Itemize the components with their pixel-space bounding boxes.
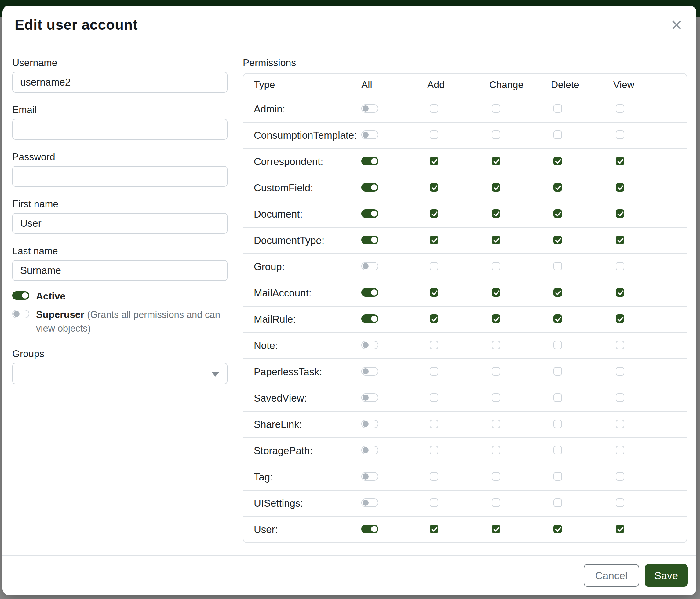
permission-add-checkbox[interactable]: [430, 130, 438, 139]
permission-view-checkbox[interactable]: [616, 104, 624, 113]
permission-all-toggle[interactable]: [361, 525, 378, 533]
permission-add-checkbox[interactable]: [430, 314, 438, 323]
permission-all-toggle[interactable]: [361, 314, 378, 323]
permission-add-checkbox[interactable]: [430, 288, 438, 297]
save-button[interactable]: Save: [645, 564, 688, 587]
username-input[interactable]: [12, 72, 227, 93]
column-header-view: View: [613, 79, 686, 91]
permission-all-toggle[interactable]: [361, 157, 378, 165]
permission-delete-checkbox[interactable]: [553, 130, 562, 139]
permission-change-checkbox[interactable]: [492, 157, 500, 165]
permission-delete-checkbox[interactable]: [553, 499, 562, 507]
permission-add-checkbox[interactable]: [430, 236, 438, 244]
password-field[interactable]: [12, 166, 227, 187]
permission-change-checkbox[interactable]: [492, 314, 500, 323]
permission-all-toggle[interactable]: [361, 499, 378, 507]
permission-all-toggle[interactable]: [361, 262, 378, 270]
permission-add-checkbox[interactable]: [430, 472, 438, 481]
permission-all-toggle[interactable]: [361, 341, 378, 349]
permission-view-checkbox[interactable]: [616, 525, 624, 533]
permission-add-checkbox[interactable]: [430, 341, 438, 349]
permission-change-checkbox[interactable]: [492, 420, 500, 428]
table-row: MailRule:: [243, 307, 686, 333]
permission-change-checkbox[interactable]: [492, 209, 500, 218]
email-field[interactable]: [12, 119, 227, 140]
permission-delete-checkbox[interactable]: [553, 393, 562, 402]
permission-view-checkbox[interactable]: [616, 157, 624, 165]
permission-change-checkbox[interactable]: [492, 446, 500, 454]
permission-delete-checkbox[interactable]: [553, 104, 562, 113]
dialog-footer: Cancel Save: [2, 555, 696, 595]
permission-delete-checkbox[interactable]: [553, 341, 562, 349]
permission-delete-checkbox[interactable]: [553, 288, 562, 297]
permission-delete-checkbox[interactable]: [553, 525, 562, 533]
permission-add-checkbox[interactable]: [430, 262, 438, 270]
permission-change-checkbox[interactable]: [492, 130, 500, 139]
permission-add-checkbox[interactable]: [430, 157, 438, 165]
permission-all-toggle[interactable]: [361, 420, 378, 428]
last-name-field[interactable]: [12, 260, 227, 281]
superuser-toggle[interactable]: [12, 310, 29, 318]
permissions-table-body: Admin: ConsumptionTemplate: Corresponden…: [243, 96, 686, 543]
permission-all-toggle[interactable]: [361, 393, 378, 402]
permission-all-toggle[interactable]: [361, 183, 378, 192]
permission-all-toggle[interactable]: [361, 209, 378, 218]
permission-add-checkbox[interactable]: [430, 393, 438, 402]
permission-view-checkbox[interactable]: [616, 183, 624, 192]
permission-all-toggle[interactable]: [361, 130, 378, 139]
permission-add-checkbox[interactable]: [430, 183, 438, 192]
permission-change-checkbox[interactable]: [492, 262, 500, 270]
permission-delete-checkbox[interactable]: [553, 472, 562, 481]
permission-add-checkbox[interactable]: [430, 446, 438, 454]
permission-all-toggle[interactable]: [361, 446, 378, 454]
permission-view-checkbox[interactable]: [616, 393, 624, 402]
permission-change-checkbox[interactable]: [492, 183, 500, 192]
permission-change-checkbox[interactable]: [492, 341, 500, 349]
permission-delete-checkbox[interactable]: [553, 446, 562, 454]
permission-change-checkbox[interactable]: [492, 288, 500, 297]
close-icon[interactable]: ×: [668, 13, 685, 37]
permission-all-toggle[interactable]: [361, 104, 378, 113]
cancel-button[interactable]: Cancel: [584, 564, 639, 587]
permission-change-checkbox[interactable]: [492, 236, 500, 244]
groups-select[interactable]: [12, 363, 227, 384]
permission-delete-checkbox[interactable]: [553, 209, 562, 218]
permission-change-checkbox[interactable]: [492, 525, 500, 533]
permission-delete-checkbox[interactable]: [553, 262, 562, 270]
first-name-field[interactable]: [12, 213, 227, 234]
permission-view-checkbox[interactable]: [616, 314, 624, 323]
permission-delete-checkbox[interactable]: [553, 183, 562, 192]
permission-change-checkbox[interactable]: [492, 499, 500, 507]
permission-change-checkbox[interactable]: [492, 367, 500, 376]
permission-view-checkbox[interactable]: [616, 209, 624, 218]
permission-add-checkbox[interactable]: [430, 367, 438, 376]
permission-all-toggle[interactable]: [361, 236, 378, 244]
permission-view-checkbox[interactable]: [616, 499, 624, 507]
permission-add-checkbox[interactable]: [430, 499, 438, 507]
permission-view-checkbox[interactable]: [616, 341, 624, 349]
permission-add-checkbox[interactable]: [430, 104, 438, 113]
permission-view-checkbox[interactable]: [616, 288, 624, 297]
permission-view-checkbox[interactable]: [616, 130, 624, 139]
permission-delete-checkbox[interactable]: [553, 236, 562, 244]
permission-change-checkbox[interactable]: [492, 472, 500, 481]
permission-add-checkbox[interactable]: [430, 209, 438, 218]
permission-delete-checkbox[interactable]: [553, 314, 562, 323]
permission-all-toggle[interactable]: [361, 472, 378, 481]
permission-view-checkbox[interactable]: [616, 420, 624, 428]
permission-add-checkbox[interactable]: [430, 420, 438, 428]
permission-change-checkbox[interactable]: [492, 104, 500, 113]
permission-add-checkbox[interactable]: [430, 525, 438, 533]
permission-view-checkbox[interactable]: [616, 262, 624, 270]
permission-view-checkbox[interactable]: [616, 367, 624, 376]
permission-all-toggle[interactable]: [361, 288, 378, 297]
active-toggle[interactable]: [12, 291, 29, 300]
permission-change-checkbox[interactable]: [492, 393, 500, 402]
permission-all-toggle[interactable]: [361, 367, 378, 376]
permission-delete-checkbox[interactable]: [553, 157, 562, 165]
permission-view-checkbox[interactable]: [616, 236, 624, 244]
permission-view-checkbox[interactable]: [616, 446, 624, 454]
permission-delete-checkbox[interactable]: [553, 420, 562, 428]
permission-view-checkbox[interactable]: [616, 472, 624, 481]
permission-delete-checkbox[interactable]: [553, 367, 562, 376]
